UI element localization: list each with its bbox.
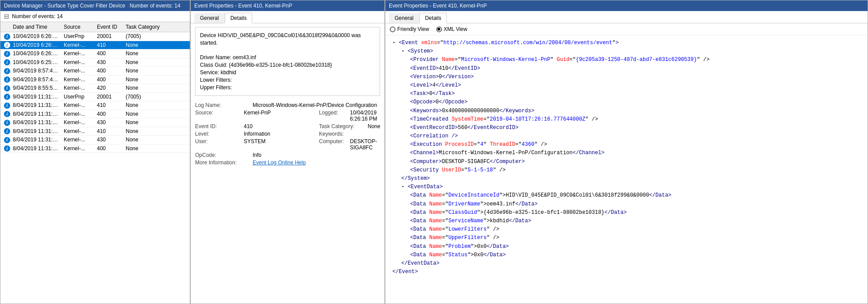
friendly-view-option[interactable]: Friendly View (390, 26, 429, 32)
event-count-title: Number of events: 14 (130, 3, 181, 9)
xml-line-2: - <System> (392, 47, 860, 56)
row-date: 9/04/2019 11:31:26 AM (11, 93, 62, 100)
device-manager-title-bar: Device Manager - Surface Type Cover Filt… (0, 0, 190, 11)
toolbar: ⊟ Number of events: 14 (0, 11, 190, 22)
row-icon: i (2, 42, 11, 49)
user-computer-row: User: SYSTEM Computer: DESKTOP-SIGA8FC (195, 138, 380, 151)
event-log-online-help-link[interactable]: Event Log Online Help (253, 160, 306, 166)
row-task: None (124, 102, 173, 109)
table-row[interactable]: i9/04/2019 8:55:56 AMKernel-...420None (0, 84, 190, 93)
xml-line-3: <Provider Name="Microsoft-Windows-Kernel… (392, 56, 860, 64)
row-task: (7005) (124, 93, 173, 100)
table-row[interactable]: i8/04/2019 11:31:25 AMKernel-...430None (0, 118, 190, 127)
event-properties-xml-panel: Event Properties - Event 410, Kernel-PnP… (385, 0, 868, 304)
table-row[interactable]: i8/04/2019 11:31:25 AMKernel-...400None (0, 110, 190, 119)
table-row[interactable]: i9/04/2019 8:57:48 AMKernel-...400None (0, 67, 190, 76)
table-row[interactable]: i9/04/2019 8:57:46 AMKernel-...400None (0, 76, 190, 84)
row-source: Kernel-... (62, 42, 95, 49)
table-row[interactable]: i8/04/2019 11:31:26 AMKernel-...410None (0, 101, 190, 110)
row-date: 9/04/2019 8:57:48 AM (11, 67, 62, 74)
more-info-label: More Information: (195, 160, 244, 166)
table-row[interactable]: i8/04/2019 11:31:15 AMKernel-...400None (0, 144, 190, 153)
row-event-id: 420 (95, 84, 124, 91)
source-label: Source: (195, 110, 244, 122)
xml-line-25: <Data Name="Problem">0x0</Data> (392, 243, 860, 251)
row-source: Kernel-... (62, 67, 95, 74)
row-source: Kernel-... (62, 102, 95, 109)
table-row[interactable]: i8/04/2019 11:31:15 AMKernel-...430None (0, 136, 190, 144)
event-properties-general-panel: Event Properties - Event 410, Kernel-PnP… (190, 0, 385, 304)
row-date: 9/04/2019 8:57:46 AM (11, 76, 62, 83)
xml-line-15: <Computer>DESKTOP-SIGA8FC</Computer> (392, 158, 860, 166)
friendly-view-label: Friendly View (397, 26, 429, 32)
col-source[interactable]: Source (62, 23, 95, 31)
xml-line-12: <Correlation /> (392, 132, 860, 141)
friendly-view-radio[interactable] (390, 27, 396, 32)
row-source: Kernel-... (62, 50, 95, 57)
row-date: 9/04/2019 8:55:56 AM (11, 84, 62, 91)
xml-view-option[interactable]: XML View (436, 26, 467, 32)
row-icon: i (2, 102, 11, 109)
row-icon: i (2, 76, 11, 84)
xml-line-1: - <Event xmlns="http://schemas.microsoft… (392, 39, 860, 47)
table-row[interactable]: i10/04/2019 6:26:16 PMKernel-...410None (0, 41, 190, 50)
col-task[interactable]: Task Category (124, 23, 173, 31)
tab-bar-general: General Details (191, 11, 384, 23)
device-manager-title: Device Manager - Surface Type Cover Filt… (4, 3, 125, 9)
row-task: (7005) (124, 33, 173, 40)
source-value: Kernel-PnP (244, 110, 271, 122)
table-row[interactable]: i9/04/2019 11:31:26 AMUserPnp20001(7005) (0, 93, 190, 102)
row-date: 8/04/2019 11:31:25 AM (11, 110, 62, 118)
event-id-label: Event ID: (195, 123, 244, 129)
row-event-id: 400 (95, 76, 124, 83)
eventid-task-row: Event ID: 410 Task Category: None (195, 123, 380, 129)
xml-line-28: </Event> (392, 268, 860, 276)
row-icon: i (2, 67, 11, 75)
level-value: Information (244, 131, 270, 137)
event-table-body: i10/04/2019 6:26:16 PMUserPnp20001(7005)… (0, 32, 190, 304)
xml-line-11: <EventRecordID>560</EventRecordID> (392, 124, 860, 132)
xml-line-5: <Version>0</Version> (392, 73, 860, 81)
service-row: Service: kbdhid (200, 69, 375, 76)
log-name-row: Log Name: Microsoft-Windows-Kernel-PnP/D… (195, 102, 380, 108)
row-event-id: 410 (95, 102, 124, 109)
row-task: None (124, 67, 173, 74)
opcode-label: OpCode: (195, 152, 244, 158)
tab-details[interactable]: Details (225, 13, 253, 23)
xml-line-18: - <EventData> (392, 183, 860, 191)
xml-line-6: <Level>4</Level> (392, 81, 860, 90)
class-guid-row: Class Guid: {4d36e96b-e325-11ce-bfc1-080… (200, 61, 375, 69)
opcode-value: Info (253, 152, 261, 158)
row-source: Kernel-... (62, 145, 95, 152)
user-label: User: (195, 138, 244, 151)
row-event-id: 430 (95, 59, 124, 66)
col-eventid[interactable]: Event ID (95, 23, 124, 31)
table-row[interactable]: i8/04/2019 11:31:17 AMKernel-...410None (0, 127, 190, 136)
table-row[interactable]: i10/04/2019 6:26:16 PMKernel-...400None (0, 49, 190, 58)
xml-view-radio[interactable] (436, 27, 442, 32)
level-keywords-row: Level: Information Keywords: (195, 131, 380, 137)
table-row[interactable]: i10/04/2019 6:25:19 PMKernel-...430None (0, 58, 190, 67)
row-event-id: 400 (95, 110, 124, 118)
row-task: None (124, 59, 173, 66)
row-task: None (124, 145, 173, 152)
lower-filters-row: Lower Filters: (200, 76, 375, 84)
table-row[interactable]: i10/04/2019 6:26:16 PMUserPnp20001(7005) (0, 32, 190, 41)
tab-bar-xml: General Details (385, 11, 868, 23)
row-task: None (124, 76, 173, 83)
filter-icon[interactable]: ⊟ (4, 13, 9, 20)
xml-line-8: <Opcode>0</Opcode> (392, 98, 860, 106)
row-date: 10/04/2019 6:26:16 PM (11, 42, 62, 49)
user-value: SYSTEM (244, 138, 265, 151)
xml-line-9: <Keywords>0x4000000000000000</Keywords> (392, 107, 860, 115)
tab-general-xml[interactable]: General (389, 13, 419, 23)
tab-general[interactable]: General (194, 13, 225, 23)
xml-line-22: <Data Name="ServiceName">kbdhid</Data> (392, 217, 860, 225)
col-date[interactable]: Date and Time (11, 23, 62, 31)
row-event-id: 20001 (95, 33, 124, 40)
tab-details-xml[interactable]: Details (419, 13, 447, 23)
row-event-id: 410 (95, 42, 124, 49)
row-source: Kernel-... (62, 110, 95, 118)
row-event-id: 430 (95, 119, 124, 126)
event-meta-grid: Log Name: Microsoft-Windows-Kernel-PnP/D… (191, 99, 384, 168)
